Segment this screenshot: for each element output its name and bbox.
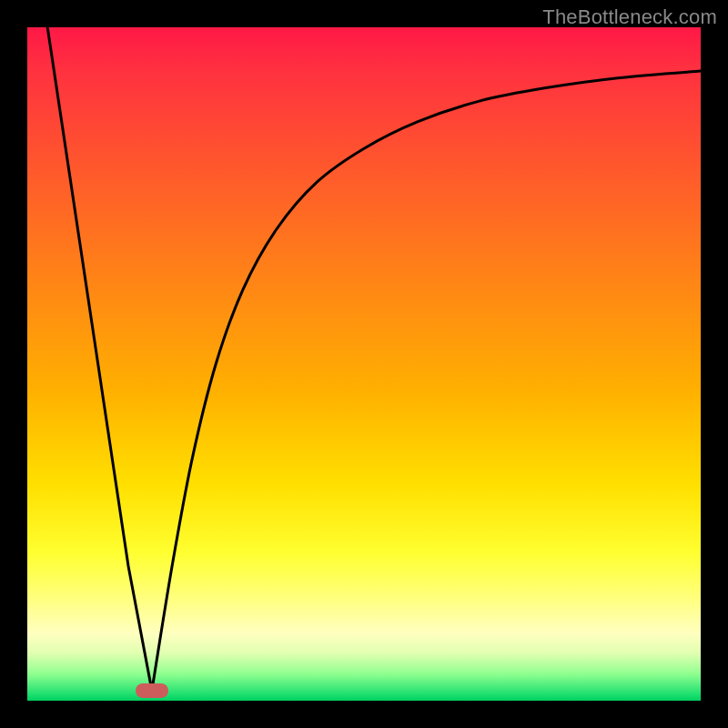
chart-frame: TheBottleneck.com [0,0,728,728]
curve-right-branch [152,71,701,691]
curve-layer [27,27,701,701]
bottleneck-marker [136,683,168,698]
curve-left-branch [47,27,152,691]
watermark-text: TheBottleneck.com [542,5,717,29]
